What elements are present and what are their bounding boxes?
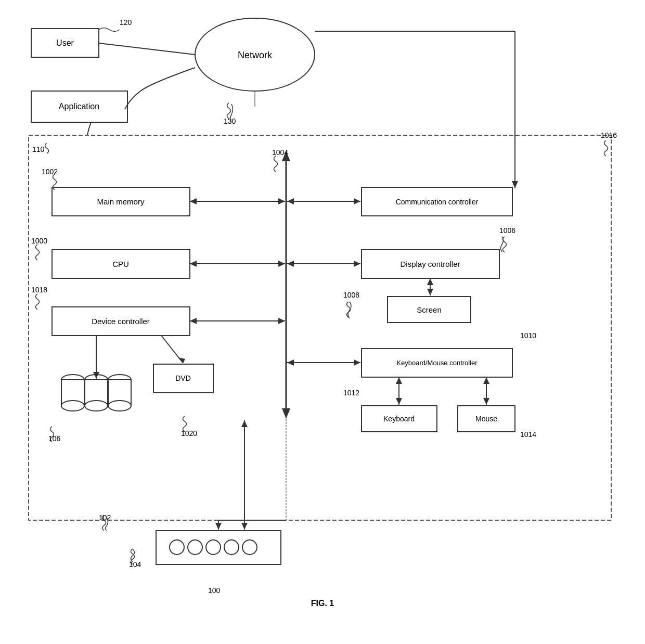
- user-label: User: [56, 38, 74, 47]
- svg-marker-71: [215, 523, 222, 530]
- svg-point-12: [85, 401, 108, 411]
- ref-1002: 1002: [42, 168, 58, 176]
- comm-controller-label: Communication controller: [396, 198, 479, 206]
- ref-110: 110: [32, 145, 45, 153]
- ref-1014: 1014: [520, 430, 536, 439]
- svg-point-9: [61, 401, 84, 411]
- ref-120: 120: [120, 18, 132, 27]
- main-memory-label: Main memory: [97, 197, 145, 206]
- svg-line-29: [99, 43, 195, 55]
- diagram: User Network Application Main memory CPU…: [0, 0, 645, 644]
- display-controller-label: Display controller: [400, 260, 460, 268]
- fig-label: FIG. 1: [311, 599, 334, 608]
- ref-104: 104: [129, 560, 141, 569]
- ref-1000: 1000: [31, 237, 47, 245]
- svg-point-26: [206, 540, 221, 555]
- ref-1020: 1020: [181, 429, 197, 437]
- ref-1018: 1018: [31, 286, 47, 294]
- application-label: Application: [59, 102, 99, 111]
- device-controller-label: Device controller: [92, 317, 150, 326]
- svg-point-27: [224, 540, 239, 555]
- svg-point-15: [108, 401, 131, 411]
- ref-106: 106: [48, 434, 61, 443]
- mouse-label: Mouse: [475, 415, 497, 423]
- ref-102: 102: [99, 513, 111, 522]
- keyboard-mouse-controller-label: Keyboard/Mouse controller: [396, 359, 478, 367]
- cpu-label: CPU: [112, 260, 129, 268]
- svg-point-28: [242, 540, 257, 555]
- dvd-label: DVD: [175, 374, 191, 382]
- keyboard-label: Keyboard: [383, 415, 415, 423]
- ref-1016: 1016: [601, 131, 617, 139]
- ref-1008: 1008: [343, 291, 359, 299]
- network-label: Network: [238, 50, 273, 60]
- ref-100: 100: [208, 586, 221, 595]
- ref-1006: 1006: [499, 226, 515, 235]
- svg-point-24: [170, 540, 184, 555]
- ref-1010: 1010: [520, 331, 536, 340]
- ref-1012: 1012: [343, 389, 359, 397]
- diagram-svg: User Network Application Main memory CPU…: [0, 0, 645, 644]
- svg-marker-74: [241, 523, 248, 530]
- svg-point-25: [188, 540, 202, 555]
- ref-1004: 1004: [272, 148, 288, 157]
- screen-label: Screen: [417, 305, 442, 314]
